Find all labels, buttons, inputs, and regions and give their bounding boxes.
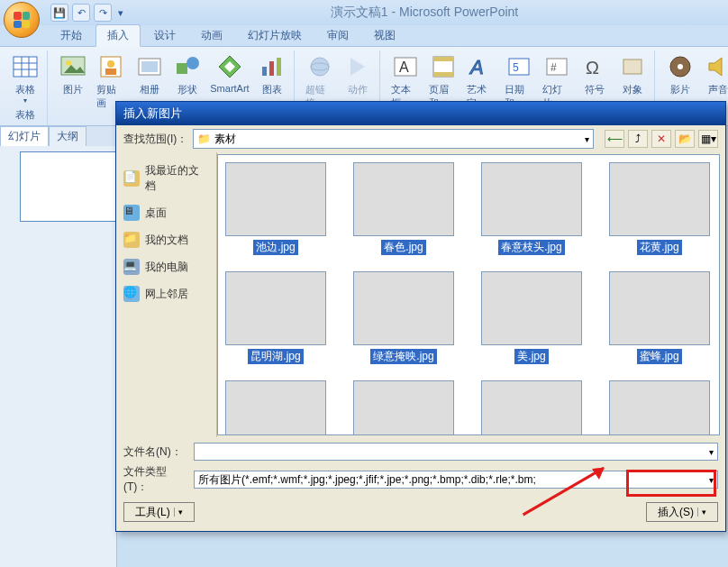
file-item[interactable] xyxy=(353,380,454,435)
insert-button[interactable]: 插入(S)▾ xyxy=(646,502,718,522)
tab-anim[interactable]: 动画 xyxy=(189,24,234,46)
dialog-title: 插入新图片 xyxy=(116,102,725,125)
desktop-icon: 🖥 xyxy=(123,205,140,221)
ribbon-group-tables: 表格 ▾ 表格 xyxy=(4,50,48,125)
place-mycomputer[interactable]: 💻我的电脑 xyxy=(120,253,213,280)
svg-rect-18 xyxy=(269,61,274,76)
svg-point-6 xyxy=(66,60,71,66)
undo-icon[interactable]: ↶ xyxy=(72,4,90,22)
object-label: 对象 xyxy=(623,83,642,96)
place-mydocs[interactable]: 📁我的文档 xyxy=(120,226,213,253)
redo-icon[interactable]: ↷ xyxy=(94,4,112,22)
file-item[interactable] xyxy=(225,380,326,435)
tab-start[interactable]: 开始 xyxy=(49,24,94,46)
movie-label: 影片 xyxy=(670,83,690,96)
save-icon[interactable]: 💾 xyxy=(50,4,68,22)
file-item[interactable]: 昆明湖.jpg xyxy=(225,271,326,364)
qat-dropdown-icon[interactable]: ▾ xyxy=(115,4,126,22)
network-icon: 🌐 xyxy=(123,286,140,302)
svg-text:A: A xyxy=(469,56,484,78)
svg-rect-27 xyxy=(433,72,453,77)
picture-button[interactable]: 图片 xyxy=(55,50,91,112)
lookin-label: 查找范围(I)： xyxy=(123,132,187,147)
sound-button[interactable]: 声音 xyxy=(700,50,728,98)
svg-rect-13 xyxy=(177,63,187,74)
smartart-label: SmartArt xyxy=(210,83,249,94)
sound-label: 声音 xyxy=(708,83,728,96)
svg-point-36 xyxy=(678,64,683,69)
svg-rect-26 xyxy=(433,57,453,61)
mydocs-icon: 📁 xyxy=(123,232,140,248)
filetype-label: 文件类型(T)： xyxy=(123,464,188,495)
symbol-label: 符号 xyxy=(585,83,605,96)
svg-rect-10 xyxy=(105,69,116,75)
group-label-tables: 表格 xyxy=(15,108,35,122)
recent-icon: 📄 xyxy=(123,170,140,187)
filetype-combo[interactable]: 所有图片(*.emf;*.wmf;*.jpg;*.jpeg;*.jfif;*.j… xyxy=(194,471,718,489)
svg-text:Ω: Ω xyxy=(586,58,599,78)
place-network[interactable]: 🌐网上邻居 xyxy=(120,280,213,307)
back-icon[interactable]: ⟵ xyxy=(605,130,624,148)
tab-slideshow[interactable]: 幻灯片放映 xyxy=(236,24,314,46)
tab-view[interactable]: 视图 xyxy=(362,24,407,46)
filename-label: 文件名(N)： xyxy=(123,444,188,460)
lookin-combo[interactable]: 📁 素材 ▾ xyxy=(193,129,594,149)
svg-text:#: # xyxy=(551,61,557,74)
svg-marker-22 xyxy=(350,58,365,76)
svg-point-20 xyxy=(311,58,329,76)
file-item[interactable] xyxy=(609,380,710,435)
svg-text:A: A xyxy=(399,59,409,75)
file-list[interactable]: 池边.jpg 春色.jpg 春意枝头.jpg 花黄.jpg 昆明湖.jpg 绿意… xyxy=(217,154,720,435)
album-label: 相册 xyxy=(140,83,159,96)
svg-point-14 xyxy=(187,57,199,69)
picture-label: 图片 xyxy=(63,83,83,96)
mycomputer-icon: 💻 xyxy=(123,259,140,275)
slides-panel: 幻灯片 大纲 1 xyxy=(0,126,117,567)
up-icon[interactable]: ⤴ xyxy=(628,130,648,148)
svg-rect-0 xyxy=(14,57,37,77)
file-item[interactable]: 春意枝头.jpg xyxy=(481,162,582,255)
file-item[interactable]: 池边.jpg xyxy=(225,162,326,255)
action-label: 动作 xyxy=(348,83,368,96)
newfolder-icon[interactable]: 📂 xyxy=(675,130,695,148)
file-item[interactable]: 美.jpg xyxy=(481,271,582,364)
folder-icon: 📁 xyxy=(197,133,211,145)
tools-button[interactable]: 工具(L)▾ xyxy=(123,502,195,522)
views-icon[interactable]: ▦▾ xyxy=(698,130,718,148)
places-bar: 📄我最近的文档 🖥桌面 📁我的文档 💻我的电脑 🌐网上邻居 xyxy=(116,152,217,437)
office-button[interactable] xyxy=(4,2,40,38)
lookin-value: 素材 xyxy=(214,132,236,147)
tab-design[interactable]: 设计 xyxy=(142,24,187,46)
filename-input[interactable]: ▾ xyxy=(194,443,718,461)
delete-icon[interactable]: ✕ xyxy=(651,130,671,148)
app-title: 演示文稿1 - Microsoft PowerPoint xyxy=(126,5,723,21)
file-item[interactable]: 绿意掩映.jpg xyxy=(353,271,454,364)
svg-rect-17 xyxy=(262,67,267,76)
quick-access-toolbar: 💾 ↶ ↷ ▾ xyxy=(50,4,126,22)
table-button[interactable]: 表格 ▾ xyxy=(7,50,43,106)
dialog-nav-icons: ⟵ ⤴ ✕ 📂 ▦▾ xyxy=(605,130,718,148)
place-desktop[interactable]: 🖥桌面 xyxy=(120,199,213,226)
file-item[interactable]: 蜜蜂.jpg xyxy=(609,271,710,364)
table-label: 表格 xyxy=(15,83,35,96)
tab-review[interactable]: 审阅 xyxy=(315,24,360,46)
panel-tab-outline[interactable]: 大纲 xyxy=(49,126,86,146)
place-recent[interactable]: 📄我最近的文档 xyxy=(120,158,213,199)
slide-thumbnail[interactable] xyxy=(20,151,119,222)
svg-text:5: 5 xyxy=(513,61,519,74)
svg-rect-12 xyxy=(141,61,158,72)
file-item[interactable] xyxy=(481,380,582,435)
panel-tab-slides[interactable]: 幻灯片 xyxy=(0,126,49,146)
svg-point-9 xyxy=(107,60,114,68)
shapes-label: 形状 xyxy=(177,83,197,96)
svg-rect-34 xyxy=(623,59,642,74)
file-item[interactable]: 春色.jpg xyxy=(353,162,454,255)
file-item[interactable]: 花黄.jpg xyxy=(609,162,710,255)
chart-label: 图表 xyxy=(262,83,282,96)
tab-insert[interactable]: 插入 xyxy=(96,24,141,47)
svg-marker-37 xyxy=(709,58,722,76)
insert-picture-dialog: 插入新图片 查找范围(I)： 📁 素材 ▾ ⟵ ⤴ ✕ 📂 ▦▾ 📄我最近的文档… xyxy=(115,101,726,532)
ribbon-tabs: 开始 插入 设计 动画 幻灯片放映 审阅 视图 xyxy=(0,25,728,47)
svg-rect-19 xyxy=(277,58,281,76)
movie-button[interactable]: 影片 xyxy=(662,50,698,98)
